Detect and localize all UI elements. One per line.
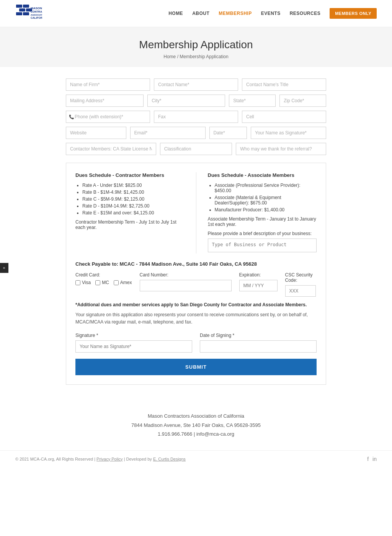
associate-dues-title: Dues Schedule - Associate Members bbox=[208, 172, 317, 178]
expiry-col: Expiration: bbox=[239, 272, 278, 291]
fax-input[interactable] bbox=[154, 111, 238, 123]
hero-section: Membership Application Home / Membership… bbox=[0, 27, 392, 67]
contact-name-input[interactable] bbox=[154, 78, 238, 91]
city-input[interactable] bbox=[147, 95, 225, 107]
list-item: Rate A - Under $1M: $825.00 bbox=[82, 183, 185, 188]
visa-label: Visa bbox=[82, 280, 91, 285]
svg-text:CONTRACTORS: CONTRACTORS bbox=[31, 10, 42, 13]
mc-label: MC bbox=[102, 280, 109, 285]
cell-input[interactable] bbox=[242, 111, 326, 123]
visa-checkbox[interactable] bbox=[75, 280, 80, 285]
svg-text:CALIFORNIA: CALIFORNIA bbox=[31, 16, 42, 19]
sidebar-tab-label: + bbox=[2, 267, 7, 269]
expiration-label: Expiration: bbox=[239, 272, 278, 278]
zip-field bbox=[279, 95, 326, 107]
firm-name-field bbox=[66, 78, 150, 91]
state-input[interactable] bbox=[229, 95, 276, 107]
breadcrumb: Home / Membership Application bbox=[8, 54, 384, 59]
card-options: Visa MC Amex bbox=[75, 280, 132, 285]
main-content: 📞 bbox=[58, 78, 334, 385]
list-item: Rate B - $1M-4.9M: $1,425.00 bbox=[82, 190, 185, 195]
phone-icon: 📞 bbox=[69, 114, 74, 119]
footer-social: f in bbox=[367, 456, 377, 462]
email-field bbox=[130, 127, 206, 139]
website-field bbox=[66, 127, 126, 139]
facebook-icon[interactable]: f bbox=[367, 456, 369, 462]
signature-input[interactable] bbox=[251, 127, 326, 139]
form-row-2 bbox=[66, 95, 326, 107]
breadcrumb-separator: / bbox=[176, 54, 180, 59]
footer-org: Mason Contractors Association of Califor… bbox=[0, 396, 392, 446]
nav-home[interactable]: HOME bbox=[168, 11, 183, 16]
referral-input[interactable] bbox=[236, 143, 326, 155]
mailing-address-field bbox=[66, 95, 144, 107]
list-item: Rate D - $10M-14.9M: $2,725.00 bbox=[82, 203, 185, 209]
logo: MASON CONTRACTORS ASSOCIATION OF CALIFOR… bbox=[15, 4, 42, 23]
license-input[interactable] bbox=[66, 143, 156, 155]
amex-label: Amex bbox=[120, 280, 132, 285]
credit-card-row: Credit Card: Visa MC Amex Card Number: bbox=[75, 272, 317, 297]
list-item: Manufacturer Producer: $1,400.00 bbox=[215, 207, 317, 212]
contractor-rates-list: Rate A - Under $1M: $825.00 Rate B - $1M… bbox=[75, 183, 185, 216]
email-input[interactable] bbox=[130, 127, 206, 139]
privacy-policy-link[interactable]: Privacy Policy bbox=[96, 457, 122, 461]
mailing-address-input[interactable] bbox=[66, 95, 144, 107]
amex-option[interactable]: Amex bbox=[114, 280, 132, 285]
logo-image: MASON CONTRACTORS ASSOCIATION OF CALIFOR… bbox=[15, 4, 42, 23]
firm-name-input[interactable] bbox=[66, 78, 150, 91]
visa-option[interactable]: Visa bbox=[75, 280, 91, 285]
date-field bbox=[209, 127, 247, 139]
associate-dues-col: Dues Schedule - Associate Members Associ… bbox=[208, 172, 317, 253]
final-signature-input[interactable] bbox=[75, 340, 192, 353]
navigation: MASON CONTRACTORS ASSOCIATION OF CALIFOR… bbox=[0, 0, 392, 27]
form-row-3: 📞 bbox=[66, 111, 326, 123]
contractor-dues-title: Dues Schedule - Contractor Members bbox=[75, 172, 185, 178]
form-row-4 bbox=[66, 127, 326, 139]
list-item: Rate E - $15M and over: $4,125.00 bbox=[82, 210, 185, 216]
linkedin-icon[interactable]: in bbox=[372, 456, 377, 462]
developer-link[interactable]: E. Curtis Designs bbox=[153, 457, 186, 461]
footer-copyright: © 2021 MCA-CA.org, All Rights Reserved | bbox=[15, 457, 96, 461]
svg-rect-4 bbox=[16, 12, 22, 15]
phone-input[interactable] bbox=[66, 111, 150, 123]
nav-membership[interactable]: MEMBERSHIP bbox=[219, 11, 252, 16]
nav-events[interactable]: EVENTS bbox=[261, 11, 281, 16]
mc-option[interactable]: MC bbox=[95, 280, 109, 285]
city-field bbox=[147, 95, 225, 107]
card-number-input[interactable] bbox=[140, 280, 232, 291]
phone-field: 📞 bbox=[66, 111, 150, 123]
submit-button[interactable]: SUBMIT bbox=[75, 359, 317, 375]
nav-about[interactable]: ABOUT bbox=[192, 11, 209, 16]
date-signing-input[interactable] bbox=[200, 340, 317, 353]
nav-resources[interactable]: RESOURCES bbox=[290, 11, 321, 16]
list-item: Associate (Material & Equipment Dealer/S… bbox=[215, 195, 317, 206]
expiration-input[interactable] bbox=[239, 280, 278, 291]
date-signing-label: Date of Signing * bbox=[200, 333, 317, 338]
form-row-5 bbox=[66, 143, 326, 155]
breadcrumb-current: Membership Application bbox=[180, 54, 228, 59]
zip-input[interactable] bbox=[279, 95, 326, 107]
amex-checkbox[interactable] bbox=[114, 280, 119, 285]
footer-address: 7844 Madison Avenue, Ste 140 Fair Oaks, … bbox=[8, 421, 384, 430]
classification-field bbox=[160, 143, 232, 155]
credit-card-label: Credit Card: bbox=[75, 272, 132, 278]
cell-field bbox=[242, 111, 326, 123]
mc-checkbox[interactable] bbox=[95, 280, 100, 285]
business-desc-input[interactable] bbox=[208, 239, 317, 252]
website-input[interactable] bbox=[66, 127, 126, 139]
license-field bbox=[66, 143, 156, 155]
contact-title-input[interactable] bbox=[242, 78, 326, 91]
members-only-button[interactable]: MEMBERS ONLY bbox=[330, 8, 377, 19]
card-number-label: Card Number: bbox=[140, 272, 232, 278]
list-item: Associate (Professional Service Provider… bbox=[215, 183, 317, 193]
csc-label: CSC Security Code: bbox=[285, 272, 317, 283]
contractor-dues-col: Dues Schedule - Contractor Members Rate … bbox=[75, 172, 185, 253]
nav-links: HOME ABOUT MEMBERSHIP EVENTS RESOURCES M… bbox=[168, 8, 377, 19]
breadcrumb-home[interactable]: Home bbox=[163, 54, 176, 59]
classification-input[interactable] bbox=[160, 143, 232, 155]
card-number-col: Card Number: bbox=[140, 272, 232, 291]
date-input[interactable] bbox=[209, 127, 247, 139]
csc-input[interactable] bbox=[285, 285, 316, 297]
footer-developed-by: | Developed by bbox=[123, 457, 153, 461]
sidebar-tab[interactable]: + bbox=[0, 263, 8, 273]
